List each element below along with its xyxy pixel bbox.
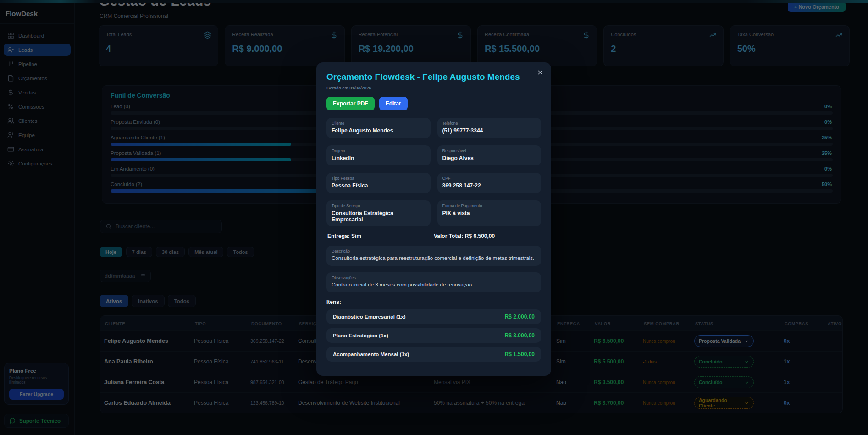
field-label: Observações bbox=[332, 275, 536, 280]
field-tipo-servico: Tipo de ServiçoConsultoria Estratégica E… bbox=[326, 200, 431, 226]
item-name: Acompanhamento Mensal (1x) bbox=[333, 351, 425, 358]
field-value: (51) 99777-3344 bbox=[442, 127, 536, 134]
field-value: Felipe Augusto Mendes bbox=[332, 127, 426, 134]
export-pdf-button[interactable]: Exportar PDF bbox=[326, 97, 375, 110]
field-value: Contrato inicial de 3 meses com possibil… bbox=[332, 282, 536, 287]
field-cliente: ClienteFelipe Augusto Mendes bbox=[326, 118, 431, 138]
item-price: R$ 2.000,00 bbox=[505, 314, 535, 320]
field-tipo-pessoa: Tipo PessoaPessoa Física bbox=[326, 173, 431, 193]
field-label: Origem bbox=[332, 149, 426, 153]
field-forma-pagamento: Forma de PagamentoPIX à vista bbox=[437, 200, 542, 226]
field-observacoes: Observações Contrato inicial de 3 meses … bbox=[326, 272, 541, 292]
field-value: PIX à vista bbox=[442, 210, 536, 216]
orcamento-modal: Orçamento Flowdesk - Felipe Augusto Mend… bbox=[316, 62, 551, 376]
field-label: Tipo de Serviço bbox=[332, 204, 426, 208]
modal-summary: Entrega: Sim Valor Total: R$ 6.500,00 bbox=[326, 233, 541, 239]
field-label: Forma de Pagamento bbox=[442, 204, 536, 208]
field-value: Pessoa Física bbox=[332, 182, 426, 189]
field-value: LinkedIn bbox=[332, 155, 426, 161]
field-label: Descrição bbox=[332, 249, 536, 253]
field-descricao: Descrição Consultoria estratégica para r… bbox=[326, 246, 541, 266]
field-telefone: Telefone(51) 99777-3344 bbox=[437, 118, 542, 138]
field-value: Consultoria Estratégica Empresarial bbox=[332, 210, 426, 223]
field-label: Responsável bbox=[442, 149, 536, 153]
item-name: Plano Estratégico (1x) bbox=[333, 332, 425, 339]
field-value: Consultoria estratégica para reestrutura… bbox=[332, 255, 536, 261]
field-label: Cliente bbox=[332, 121, 426, 126]
field-label: CPF bbox=[442, 176, 536, 181]
item-price: R$ 1.500,00 bbox=[505, 351, 535, 358]
edit-button[interactable]: Editar bbox=[379, 97, 408, 110]
field-origem: OrigemLinkedIn bbox=[326, 145, 431, 165]
field-value: Diego Alves bbox=[442, 155, 536, 161]
field-label: Telefone bbox=[442, 121, 536, 126]
field-label: Tipo Pessoa bbox=[332, 176, 426, 181]
field-value: 369.258.147-22 bbox=[442, 182, 536, 189]
modal-actions: Exportar PDF Editar bbox=[326, 97, 541, 110]
entrega-summary: Entrega: Sim bbox=[327, 233, 434, 239]
item-price: R$ 3.000,00 bbox=[505, 332, 535, 339]
item-row: Diagnóstico Empresarial (1x) R$ 2.000,00 bbox=[326, 309, 541, 324]
items-heading: Itens: bbox=[326, 299, 541, 305]
item-row: Plano Estratégico (1x) R$ 3.000,00 bbox=[326, 328, 541, 343]
modal-title: Orçamento Flowdesk - Felipe Augusto Mend… bbox=[326, 72, 541, 82]
item-name: Diagnóstico Empresarial (1x) bbox=[333, 313, 425, 320]
field-responsavel: ResponsávelDiego Alves bbox=[437, 145, 542, 165]
item-row: Acompanhamento Mensal (1x) R$ 1.500,00 bbox=[326, 347, 541, 362]
modal-generated-date: Gerado em 01/03/2026 bbox=[326, 85, 541, 90]
field-cpf: CPF369.258.147-22 bbox=[437, 173, 542, 193]
valor-total-summary: Valor Total: R$ 6.500,00 bbox=[434, 233, 540, 239]
modal-fields-grid: ClienteFelipe Augusto Mendes Telefone(51… bbox=[326, 118, 541, 226]
close-icon[interactable] bbox=[536, 69, 544, 76]
